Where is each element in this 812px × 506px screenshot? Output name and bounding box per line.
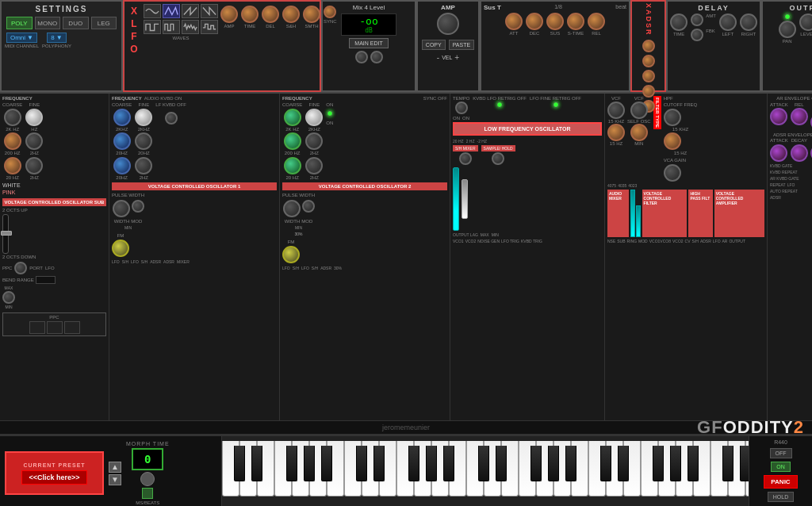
ar-rel-knob[interactable] [791,108,808,125]
delay-right-knob[interactable] [740,13,757,31]
sub-max-knob[interactable] [2,291,15,304]
xadsr-knob-3[interactable] [642,70,655,82]
hpf-cutoff-knob[interactable] [664,109,681,126]
vco2-pw-mod[interactable] [302,200,315,213]
preset-up-btn[interactable]: ▲ [109,462,121,473]
polyphony-select[interactable]: 8 ▼ [47,33,66,43]
sub-fine-3-knob[interactable] [25,157,43,174]
wave-tri-btn[interactable] [163,4,180,18]
key-f1[interactable] [274,441,292,496]
vel-plus-btn[interactable]: + [454,53,459,62]
duo-button[interactable]: DUO [63,17,89,29]
xlfo-del-knob[interactable] [262,6,279,23]
key-b3[interactable] [571,441,588,496]
key-e3[interactable] [501,441,519,496]
key-a3[interactable] [553,441,571,496]
mono-button[interactable]: MONO [35,17,61,29]
vco1-coarse-knob[interactable] [113,109,131,126]
key-d5[interactable] [728,441,745,496]
adsr-attack-knob[interactable] [770,144,787,162]
key-g1[interactable] [292,441,309,496]
sub-fine-knob[interactable] [25,109,43,126]
key-a1[interactable] [309,441,327,496]
lfo-white-slider[interactable] [462,179,468,219]
key-c3[interactable] [466,441,484,496]
xlfo-sh-knob[interactable] [282,6,300,23]
delay-fbk-knob[interactable] [691,29,703,41]
main-edit-button[interactable]: MAIN EDIT [349,38,388,48]
vco2-fine-knob[interactable] [305,109,323,126]
key-e1[interactable] [257,441,274,496]
vco1-fine-knob[interactable] [135,109,152,126]
sust-rel-knob[interactable] [588,13,605,30]
panic-button[interactable]: PANIC [764,475,797,489]
key-f2[interactable] [396,441,414,496]
vco1-fine-2[interactable] [135,132,152,150]
hold-button[interactable]: HOLD [768,492,794,502]
vco2-coarse-3[interactable] [284,157,301,174]
sust-att-knob[interactable] [505,13,523,30]
vco2-pw-knob[interactable] [283,200,301,217]
sh-mixer-knob[interactable] [459,152,472,165]
xadsr-knob-4[interactable] [642,85,655,98]
delay-left-knob[interactable] [719,13,737,31]
key-e2[interactable] [379,441,396,496]
xlfo-time-knob[interactable] [241,6,259,23]
key-d3[interactable] [484,441,501,496]
ppc-knob[interactable] [14,262,27,274]
morph-dial[interactable] [140,472,155,486]
key-c4[interactable] [588,441,606,496]
key-c1[interactable] [222,441,239,496]
key-e4[interactable] [623,441,641,496]
amp-knob[interactable] [437,13,459,35]
vco1-fine-3[interactable] [135,157,152,174]
key-d2[interactable] [362,441,379,496]
delay-amt-knob[interactable] [691,13,703,26]
vco1-pw-knob[interactable] [113,200,130,217]
wave-saw-btn[interactable] [182,4,199,18]
key-d4[interactable] [606,441,623,496]
paste-button[interactable]: PASTE [449,40,474,50]
wave-ramp-btn[interactable] [201,4,218,18]
key-b4[interactable] [693,441,710,496]
xlfo-amp-knob[interactable] [220,6,238,23]
xadsr-knob-1[interactable] [642,40,655,52]
preset-click-button[interactable]: <<Click here>> [21,470,86,485]
wave-sqr-btn[interactable] [144,20,161,34]
sust-sus-knob[interactable] [546,13,564,30]
leg-button[interactable]: LEG [91,17,117,29]
ppc-wave-1[interactable] [29,321,45,334]
sample-hold-knob[interactable] [492,152,504,165]
key-g4[interactable] [658,441,676,496]
r440-on-btn[interactable]: ON [771,462,791,472]
vco2-coarse-knob[interactable] [284,109,301,126]
output-level-knob[interactable] [799,13,812,31]
key-e5[interactable] [745,441,749,496]
wave-noise-btn[interactable] [182,20,199,34]
morph-led-btn[interactable] [142,488,153,499]
vco1-pw-mod[interactable] [132,200,144,213]
key-c2[interactable] [344,441,362,496]
mix-knob-1[interactable] [355,51,368,63]
vel-minus-btn[interactable]: - [437,53,439,62]
sub-coarse-2-knob[interactable] [4,132,21,150]
mix-knob-2[interactable] [370,51,383,63]
r440-off-btn[interactable]: OFF [770,448,792,458]
key-a4[interactable] [676,441,693,496]
key-d1[interactable] [239,441,257,496]
preset-down-btn[interactable]: ▼ [109,474,121,485]
vco1-coarse-3[interactable] [113,157,131,174]
vcf2-2-knob[interactable] [630,124,648,141]
ar-attack-knob[interactable] [770,108,787,125]
ppc-wave-2[interactable] [47,321,63,334]
wave-pulse-btn[interactable] [163,20,180,34]
poly-button[interactable]: POLY [6,17,33,29]
ppc-wave-3[interactable] [64,321,80,334]
lfo-tempo-knob[interactable] [455,102,468,114]
key-g3[interactable] [536,441,553,496]
sub-coarse-knob[interactable] [4,109,21,126]
vcf1-knob[interactable] [607,102,625,119]
vcf1-2-knob[interactable] [607,124,625,141]
output-pan-knob[interactable] [779,21,796,38]
sust-dec-knob[interactable] [526,13,543,30]
